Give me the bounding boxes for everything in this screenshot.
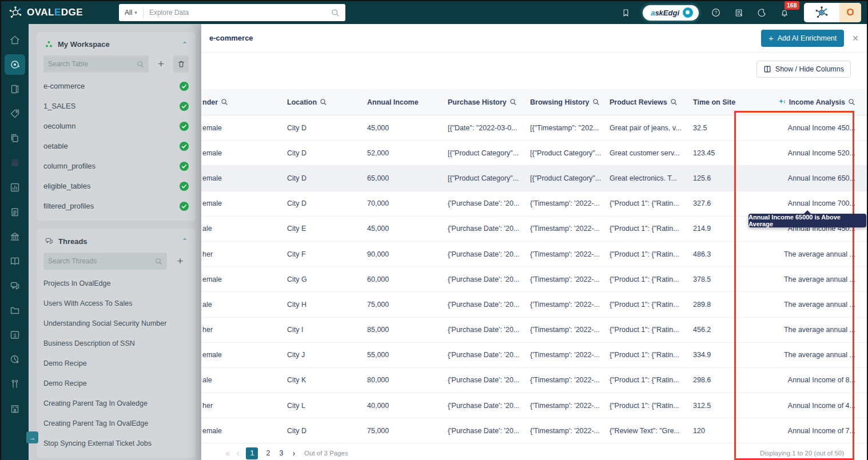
search-input[interactable] bbox=[144, 9, 331, 17]
search-icon[interactable] bbox=[320, 98, 327, 106]
bookmark-icon[interactable] bbox=[620, 7, 631, 18]
thread-item[interactable]: Creating Parent Tag In Ovaledge bbox=[43, 393, 189, 413]
thread-item[interactable]: Understanding Social Security Number bbox=[43, 313, 189, 333]
moon-icon[interactable] bbox=[756, 7, 767, 18]
add-table-button[interactable]: + bbox=[153, 55, 169, 73]
table-header-row: nderLocationAnnual IncomePurchase Histor… bbox=[201, 89, 867, 115]
trash-icon[interactable] bbox=[173, 55, 189, 73]
tag-icon[interactable] bbox=[5, 103, 25, 124]
page-number-button[interactable]: 3 bbox=[279, 449, 283, 457]
show-hide-columns-button[interactable]: Show / Hide Columns bbox=[756, 61, 851, 78]
table-row[interactable]: emaleCity G60,000{'Purchase Date': '20..… bbox=[201, 267, 867, 292]
column-header-time[interactable]: Time on Site bbox=[686, 98, 736, 106]
workspace-table-item[interactable]: oecolumn bbox=[43, 116, 189, 136]
workspace-table-item[interactable]: oetable bbox=[43, 136, 189, 156]
column-header-location[interactable]: Location bbox=[276, 98, 356, 106]
cell-analysis: Annual Income 520... bbox=[736, 149, 867, 157]
ask-edgi-button[interactable]: askEdgi bbox=[643, 5, 699, 21]
table-row[interactable]: emaleCity D75,000{'Purchase Date': '20..… bbox=[201, 418, 867, 443]
table-row[interactable]: emaleCity D52,000[{"Product Category"...… bbox=[201, 141, 867, 166]
column-header-purchase[interactable]: Purchase History bbox=[439, 98, 524, 106]
bell-icon[interactable]: 168 bbox=[779, 7, 790, 18]
search-icon bbox=[331, 9, 340, 17]
table-row[interactable]: emaleCity D65,000[{"Product Category"...… bbox=[201, 166, 867, 191]
avatar[interactable]: O bbox=[839, 3, 861, 22]
search-icon[interactable] bbox=[509, 98, 517, 106]
help-icon[interactable]: ? bbox=[710, 7, 722, 18]
cell-purchase: {'Purchase Date': '20... bbox=[439, 427, 524, 435]
thread-item[interactable]: Business Description of SSN bbox=[43, 333, 189, 353]
table-row[interactable]: emaleCity J55,000{'Purchase Date': '20..… bbox=[201, 343, 867, 368]
column-header-reviews[interactable]: Product Reviews bbox=[604, 98, 686, 106]
cell-time: 214.9 bbox=[686, 225, 736, 233]
workspace-table-item[interactable]: e-commerce bbox=[43, 76, 189, 96]
tools-icon[interactable] bbox=[5, 374, 25, 394]
thread-item[interactable]: Creating Parent Tag In OvalEdge bbox=[43, 413, 189, 433]
column-header-analysis[interactable]: Income Analysis bbox=[736, 98, 867, 106]
copy-icon[interactable] bbox=[5, 128, 25, 149]
search-scope-dropdown[interactable]: All▾ bbox=[119, 7, 144, 18]
table-row[interactable]: aleCity K80,000{'Purchase Date': '20...{… bbox=[201, 368, 867, 393]
folder-icon[interactable] bbox=[5, 300, 25, 321]
bar-chart-icon[interactable] bbox=[5, 177, 25, 198]
search-icon[interactable] bbox=[221, 98, 228, 106]
check-circle-icon bbox=[180, 82, 189, 91]
robot-icon[interactable] bbox=[5, 54, 25, 75]
threads-search-input[interactable] bbox=[48, 257, 155, 265]
home-icon[interactable] bbox=[5, 30, 25, 50]
page-number-button[interactable]: 1 bbox=[246, 447, 258, 459]
table-row[interactable]: herCity F90,000{'Purchase Date': '20...{… bbox=[201, 242, 867, 267]
clipboard-icon[interactable] bbox=[5, 202, 25, 222]
workspace-search-input[interactable] bbox=[48, 60, 137, 68]
search-icon[interactable] bbox=[670, 98, 678, 106]
table-row[interactable]: emaleCity D45,000[{"Date": "2022-03-0...… bbox=[201, 115, 867, 141]
clock-icon[interactable] bbox=[5, 349, 25, 370]
next-page-button[interactable]: › bbox=[292, 449, 295, 458]
panel-header: e-commerce + Add AI Enrichment ✕ bbox=[201, 24, 867, 53]
prev-page-button[interactable]: ‹ bbox=[237, 449, 240, 458]
chevron-up-icon[interactable]: ⌃ bbox=[182, 41, 188, 49]
add-thread-button[interactable]: + bbox=[172, 253, 189, 270]
table-row[interactable]: herCity L40,000{'Purchase Date': '20...{… bbox=[201, 393, 867, 418]
column-header-income[interactable]: Annual Income bbox=[356, 98, 439, 106]
table-row[interactable]: emaleCity D70,000{'Purchase Date': '20..… bbox=[201, 191, 867, 217]
page-number-button[interactable]: 2 bbox=[266, 449, 270, 457]
sidebar-expand-button[interactable]: → bbox=[26, 431, 38, 443]
cell-gender: emale bbox=[201, 149, 276, 157]
thread-item[interactable]: Users With Access To Sales bbox=[43, 293, 189, 313]
bank-icon[interactable] bbox=[5, 226, 25, 247]
building-icon[interactable] bbox=[5, 398, 25, 419]
search-icon[interactable] bbox=[848, 98, 855, 106]
brand-logo[interactable]: OVALEDGE bbox=[1, 5, 110, 20]
cell-location: City D bbox=[276, 199, 356, 207]
threads-icon bbox=[45, 237, 54, 246]
thread-item[interactable]: Stop Syncing External Ticket Jobs bbox=[43, 433, 189, 453]
table-row[interactable]: aleCity H75,000{'Purchase Date': '20...{… bbox=[201, 292, 867, 317]
robot-icon bbox=[683, 7, 693, 18]
thread-item[interactable]: Projects In OvalEdge bbox=[43, 273, 189, 293]
sql-icon[interactable]: $ bbox=[5, 325, 25, 345]
left-sidebar: My Workspace ⌃ + e-commerce1_SALESoecolu… bbox=[29, 24, 201, 460]
open-book-icon[interactable] bbox=[5, 251, 25, 271]
chat-icon[interactable] bbox=[5, 275, 25, 296]
cell-gender: emale bbox=[201, 124, 276, 132]
column-header-gender[interactable]: nder bbox=[201, 98, 276, 106]
release-notes-icon[interactable] bbox=[733, 7, 744, 18]
thread-item[interactable]: Demo Recipe bbox=[43, 353, 189, 373]
column-header-browsing[interactable]: Browsing History bbox=[524, 98, 604, 106]
profile-menu[interactable]: O bbox=[804, 3, 861, 22]
book-icon[interactable] bbox=[5, 79, 25, 99]
close-icon[interactable]: ✕ bbox=[852, 34, 859, 43]
workspace-table-item[interactable]: eligible_tables bbox=[43, 176, 189, 196]
add-ai-enrichment-button[interactable]: + Add AI Enrichment bbox=[761, 30, 844, 47]
thread-item[interactable]: Demo Recipe bbox=[43, 373, 189, 393]
workspace-table-item[interactable]: 1_SALES bbox=[43, 96, 189, 116]
chevron-up-icon[interactable]: ⌃ bbox=[182, 237, 188, 245]
table-row[interactable]: herCity I85,000{'Purchase Date': '20...{… bbox=[201, 318, 867, 343]
search-icon[interactable] bbox=[592, 98, 600, 106]
notification-badge: 168 bbox=[785, 1, 799, 10]
notebook-icon[interactable] bbox=[5, 153, 25, 173]
first-page-button[interactable]: « bbox=[225, 449, 230, 458]
workspace-table-item[interactable]: filtered_profiles bbox=[43, 196, 189, 216]
workspace-table-item[interactable]: column_profiles bbox=[43, 156, 189, 176]
